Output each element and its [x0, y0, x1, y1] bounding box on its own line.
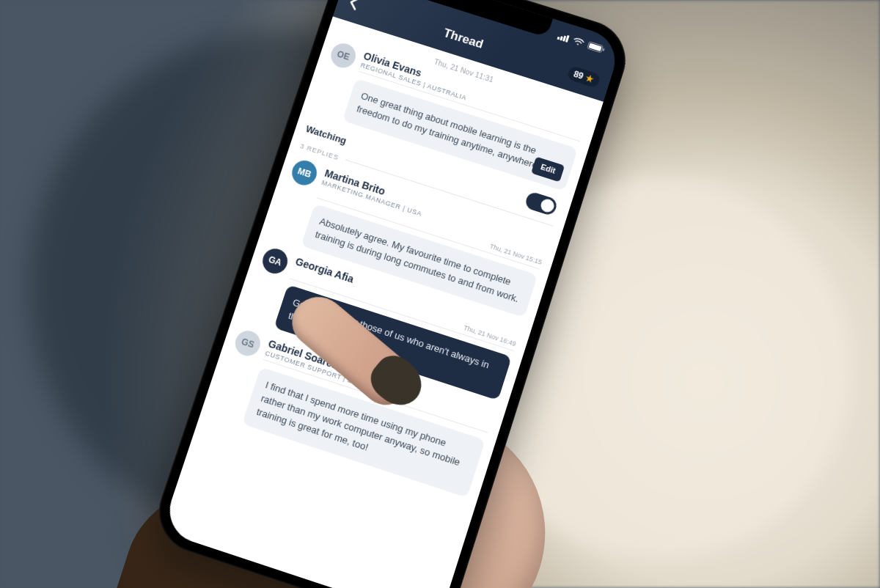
svg-point-4	[577, 43, 579, 45]
svg-rect-7	[603, 48, 605, 51]
svg-rect-6	[589, 43, 602, 51]
avatar[interactable]: GA	[260, 246, 291, 277]
star-count-badge[interactable]: 89 ★	[566, 65, 601, 89]
avatar[interactable]: MB	[289, 157, 320, 188]
avatar[interactable]: GS	[232, 328, 263, 359]
back-button[interactable]	[345, 0, 362, 15]
page-title: Thread	[441, 26, 485, 51]
svg-rect-1	[560, 36, 563, 40]
battery-icon	[587, 41, 606, 54]
wifi-icon	[572, 36, 584, 47]
watching-toggle[interactable]	[524, 191, 558, 216]
watching-label: Watching	[304, 123, 348, 146]
svg-rect-0	[557, 36, 560, 40]
star-count: 89	[572, 69, 584, 81]
edit-button[interactable]: Edit	[531, 156, 565, 182]
cellular-icon	[557, 32, 571, 43]
star-icon: ★	[584, 73, 595, 84]
avatar[interactable]: OE	[328, 40, 359, 70]
